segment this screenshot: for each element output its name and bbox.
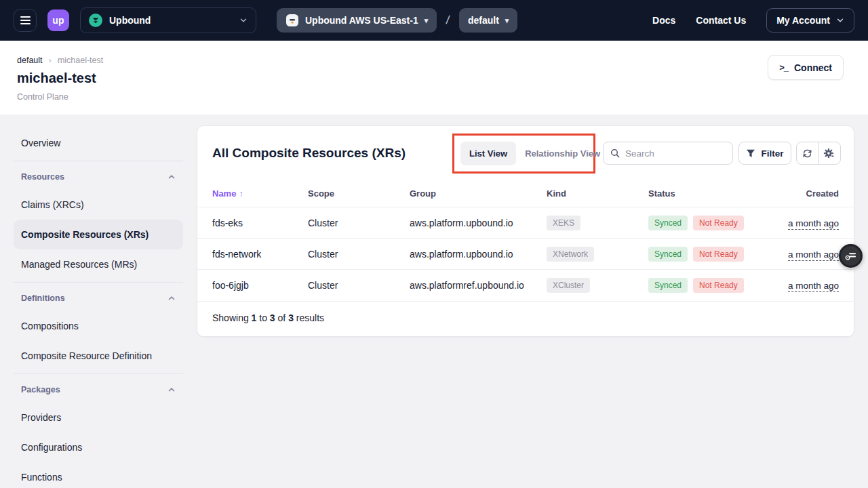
- cell-name[interactable]: fds-eks: [212, 218, 308, 228]
- sidebar: OverviewResourcesClaims (XRCs)Composite …: [14, 128, 183, 488]
- results-summary-part: results: [294, 312, 324, 323]
- page-subtitle: Control Plane: [17, 92, 868, 102]
- search-input[interactable]: [625, 148, 726, 159]
- results-summary-part: 3: [270, 312, 275, 323]
- cell-status: SyncedNot Ready: [648, 278, 777, 293]
- tab-relationship-view[interactable]: Relationship View: [516, 142, 609, 165]
- page-title: michael-test: [17, 70, 868, 86]
- column-header-status[interactable]: Status: [648, 188, 777, 199]
- view-tabs: List ViewRelationship View: [460, 142, 609, 165]
- annotation-highlight-box: List ViewRelationship View: [452, 134, 595, 174]
- connect-button[interactable]: >_ Connect: [768, 55, 844, 80]
- sidebar-item-claims-xrcs[interactable]: Claims (XRCs): [14, 190, 183, 220]
- created-tooltip-link[interactable]: a month ago: [788, 281, 839, 292]
- chevron-up-icon: [167, 294, 176, 302]
- chevron-down-icon: [239, 16, 248, 24]
- kind-badge: XCluster: [547, 278, 590, 293]
- breadcrumb-parent[interactable]: default: [17, 56, 43, 65]
- sidebar-divider: [14, 161, 183, 161]
- feedback-widget-button[interactable]: [839, 244, 863, 268]
- feedback-icon: [845, 251, 856, 261]
- refresh-icon: [802, 148, 812, 159]
- sidebar-item-composite-resources-xrs[interactable]: Composite Resources (XRs): [14, 220, 183, 249]
- cell-created: a month ago: [777, 249, 839, 260]
- results-summary-part: 3: [288, 312, 294, 323]
- breadcrumb: default › michael-test: [17, 55, 868, 65]
- sidebar-item-composite-resource-definition[interactable]: Composite Resource Definition: [14, 341, 183, 371]
- gear-play-icon: [823, 148, 836, 159]
- my-account-label: My Account: [776, 15, 830, 26]
- sort-ascending-icon: ↑: [239, 188, 243, 199]
- table-row: fds-eksClusteraws.platform.upbound.ioXEK…: [197, 207, 854, 239]
- cell-group: aws.platformref.upbound.io: [410, 280, 547, 291]
- org-switcher-dropdown[interactable]: Upbound: [80, 7, 256, 33]
- results-summary-part: to: [256, 312, 269, 323]
- column-header-kind[interactable]: Kind: [547, 188, 648, 199]
- cell-created: a month ago: [777, 280, 839, 291]
- cell-kind: XNetwork: [547, 247, 648, 262]
- sidebar-item-providers[interactable]: Providers: [14, 403, 183, 432]
- nav-links: DocsContact Us: [652, 15, 766, 26]
- org-switcher-label: Upbound: [109, 15, 151, 26]
- column-header-created[interactable]: Created: [777, 188, 839, 199]
- sidebar-item-functions[interactable]: Functions: [14, 462, 183, 488]
- column-header-scope[interactable]: Scope: [308, 188, 410, 199]
- filter-button[interactable]: Filter: [738, 142, 791, 165]
- auto-refresh-settings-button[interactable]: [818, 142, 840, 164]
- composite-resources-panel: All Composite Resources (XRs) List ViewR…: [197, 125, 854, 337]
- tab-list-view[interactable]: List View: [460, 142, 516, 165]
- sidebar-section-packages[interactable]: Packages: [14, 377, 183, 403]
- cell-name[interactable]: fds-network: [212, 249, 308, 260]
- cell-kind: XCluster: [547, 278, 648, 293]
- cell-scope: Cluster: [308, 218, 410, 228]
- cell-status: SyncedNot Ready: [648, 216, 777, 230]
- sidebar-item-compositions[interactable]: Compositions: [14, 311, 183, 341]
- menu-button[interactable]: [14, 9, 37, 32]
- sidebar-section-definitions[interactable]: Definitions: [14, 285, 183, 311]
- created-tooltip-link[interactable]: a month ago: [788, 218, 839, 230]
- group-switcher[interactable]: default ▾: [459, 8, 517, 33]
- nav-link-contact-us[interactable]: Contact Us: [696, 15, 746, 26]
- panel-header: All Composite Resources (XRs) List ViewR…: [197, 126, 854, 180]
- status-badge-synced: Synced: [648, 278, 688, 293]
- panel-title: All Composite Resources (XRs): [212, 146, 406, 161]
- cell-name[interactable]: foo-6jgjb: [212, 280, 308, 291]
- column-header-group[interactable]: Group: [410, 188, 547, 199]
- cell-created: a month ago: [777, 218, 839, 228]
- refresh-button[interactable]: [797, 142, 818, 164]
- cell-status: SyncedNot Ready: [648, 247, 777, 262]
- path-separator: /: [446, 14, 451, 27]
- kind-badge: XEKS: [547, 216, 580, 230]
- column-header-name[interactable]: Name↑: [212, 188, 308, 199]
- sidebar-item-configurations[interactable]: Configurations: [14, 432, 183, 462]
- kind-badge: XNetwork: [547, 247, 594, 262]
- my-account-button[interactable]: My Account: [766, 8, 854, 33]
- control-plane-icon: [285, 14, 299, 27]
- sidebar-section-resources[interactable]: Resources: [14, 164, 183, 190]
- sidebar-section-label: Definitions: [21, 293, 65, 303]
- created-tooltip-link[interactable]: a month ago: [788, 249, 839, 261]
- sidebar-section-label: Packages: [21, 385, 60, 394]
- caret-down-icon: ▾: [505, 17, 509, 24]
- sidebar-item-managed-resources-mrs[interactable]: Managed Resources (MRs): [14, 249, 183, 279]
- column-header-label: Name: [212, 188, 236, 199]
- cell-kind: XEKS: [547, 216, 648, 230]
- status-badge-not-ready: Not Ready: [693, 247, 744, 262]
- sidebar-divider: [14, 373, 183, 374]
- breadcrumb-current: michael-test: [58, 56, 103, 65]
- table-body: fds-eksClusteraws.platform.upbound.ioXEK…: [197, 207, 854, 301]
- sidebar-section-label: Resources: [21, 172, 64, 182]
- chevron-down-icon: [836, 16, 844, 24]
- column-header-label: Status: [648, 188, 675, 199]
- status-badge-not-ready: Not Ready: [693, 278, 744, 293]
- sidebar-item-overview[interactable]: Overview: [14, 128, 183, 158]
- upbound-logo[interactable]: up: [47, 9, 69, 31]
- cell-scope: Cluster: [308, 280, 410, 291]
- group-switcher-label: default: [468, 15, 499, 26]
- status-badge-synced: Synced: [648, 247, 688, 262]
- search-icon: [610, 148, 620, 158]
- control-plane-switcher[interactable]: Upbound AWS US-East-1 ▾: [277, 8, 437, 33]
- cell-scope: Cluster: [308, 249, 410, 260]
- filter-label: Filter: [761, 148, 783, 159]
- nav-link-docs[interactable]: Docs: [652, 15, 675, 26]
